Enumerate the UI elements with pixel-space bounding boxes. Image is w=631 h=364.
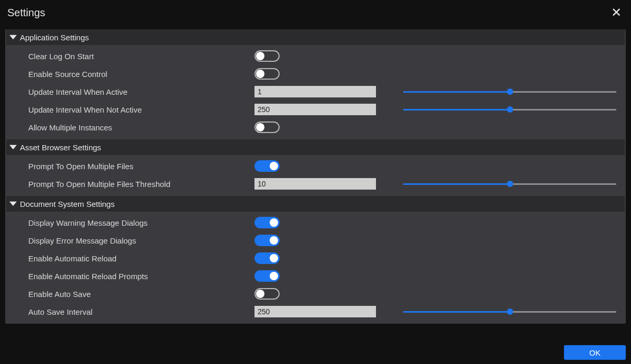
setting-row-enable-automatic-reload: Enable Automatic Reload bbox=[5, 249, 626, 267]
section-header-asset-browser-settings[interactable]: Asset Browser Settings bbox=[6, 139, 625, 155]
setting-row-enable-auto-save: Enable Auto Save bbox=[5, 285, 626, 303]
setting-label: Enable Auto Save bbox=[28, 290, 248, 299]
setting-label: Enable Source Control bbox=[28, 70, 248, 79]
slider-auto-save-interval[interactable] bbox=[403, 306, 616, 317]
setting-row-update-interval-when-not-active: Update Interval When Not Active bbox=[5, 101, 626, 118]
setting-label: Auto Save Interval bbox=[28, 307, 248, 316]
section-body: Display Warning Message DialogsDisplay E… bbox=[5, 212, 626, 324]
setting-row-prompt-to-open-multiple-files-threshold: Prompt To Open Multiple Files Threshold bbox=[5, 175, 626, 193]
slider-wrap bbox=[392, 86, 622, 97]
svg-marker-2 bbox=[9, 202, 17, 206]
setting-row-prompt-to-open-multiple-files: Prompt To Open Multiple Files bbox=[5, 157, 626, 175]
slider-update-interval-when-not-active[interactable] bbox=[403, 104, 616, 115]
svg-marker-0 bbox=[9, 35, 17, 39]
toggle-enable-source-control[interactable] bbox=[254, 68, 280, 80]
slider-update-interval-when-active[interactable] bbox=[403, 86, 616, 97]
toggle-prompt-to-open-multiple-files[interactable] bbox=[254, 160, 280, 172]
section-header-application-settings[interactable]: Application Settings bbox=[6, 29, 625, 45]
toggle-display-warning-message-dialogs[interactable] bbox=[254, 217, 280, 228]
setting-label: Clear Log On Start bbox=[28, 52, 248, 61]
collapse-icon bbox=[9, 200, 17, 207]
ok-button[interactable]: OK bbox=[564, 345, 626, 360]
slider-wrap bbox=[392, 306, 622, 317]
toggle-display-error-message-dialogs[interactable] bbox=[254, 235, 280, 246]
setting-row-auto-save-interval: Auto Save Interval bbox=[5, 303, 626, 321]
input-update-interval-when-not-active[interactable] bbox=[254, 104, 376, 115]
setting-row-display-warning-message-dialogs: Display Warning Message Dialogs bbox=[5, 214, 626, 231]
svg-marker-1 bbox=[9, 145, 17, 149]
slider-wrap bbox=[392, 104, 622, 115]
slider-prompt-to-open-multiple-files-threshold[interactable] bbox=[403, 179, 616, 189]
setting-label: Update Interval When Active bbox=[28, 87, 248, 96]
setting-label: Update Interval When Not Active bbox=[28, 105, 248, 114]
dialog-footer: OK bbox=[5, 341, 626, 360]
window-title: Settings bbox=[7, 7, 45, 19]
section-body: Clear Log On StartEnable Source ControlU… bbox=[5, 45, 626, 139]
section-title: Application Settings bbox=[20, 33, 89, 42]
collapse-icon bbox=[9, 34, 17, 41]
toggle-enable-automatic-reload-prompts[interactable] bbox=[254, 270, 280, 282]
section-header-document-system-settings[interactable]: Document System Settings bbox=[6, 196, 625, 212]
titlebar: Settings ✕ bbox=[0, 0, 631, 25]
input-update-interval-when-active[interactable] bbox=[254, 86, 376, 97]
section-title: Asset Browser Settings bbox=[20, 143, 101, 152]
toggle-enable-automatic-reload[interactable] bbox=[254, 252, 280, 264]
section-body: Prompt To Open Multiple FilesPrompt To O… bbox=[5, 155, 626, 196]
setting-row-clear-log-on-start: Clear Log On Start bbox=[5, 47, 626, 65]
setting-label: Enable Automatic Reload bbox=[28, 254, 248, 263]
input-auto-save-interval[interactable] bbox=[254, 306, 376, 317]
settings-content: Application SettingsClear Log On StartEn… bbox=[5, 29, 626, 324]
slider-wrap bbox=[392, 179, 622, 189]
close-icon[interactable]: ✕ bbox=[609, 4, 624, 21]
setting-label: Display Warning Message Dialogs bbox=[28, 218, 248, 227]
setting-label: Allow Multiple Instances bbox=[28, 123, 248, 132]
collapse-icon bbox=[9, 144, 17, 151]
toggle-clear-log-on-start[interactable] bbox=[254, 50, 280, 62]
setting-label: Display Error Message Dialogs bbox=[28, 236, 248, 245]
setting-row-enable-automatic-reload-prompts: Enable Automatic Reload Prompts bbox=[5, 267, 626, 285]
toggle-allow-multiple-instances[interactable] bbox=[254, 122, 280, 133]
toggle-enable-auto-save[interactable] bbox=[254, 288, 280, 300]
setting-row-update-interval-when-active: Update Interval When Active bbox=[5, 83, 626, 101]
setting-label: Enable Automatic Reload Prompts bbox=[28, 272, 248, 281]
setting-label: Prompt To Open Multiple Files Threshold bbox=[28, 180, 248, 189]
section-title: Document System Settings bbox=[20, 200, 115, 208]
setting-row-enable-source-control: Enable Source Control bbox=[5, 65, 626, 83]
input-prompt-to-open-multiple-files-threshold[interactable] bbox=[254, 178, 376, 190]
setting-label: Prompt To Open Multiple Files bbox=[28, 162, 248, 171]
setting-row-display-error-message-dialogs: Display Error Message Dialogs bbox=[5, 231, 626, 249]
setting-row-allow-multiple-instances: Allow Multiple Instances bbox=[5, 118, 626, 136]
